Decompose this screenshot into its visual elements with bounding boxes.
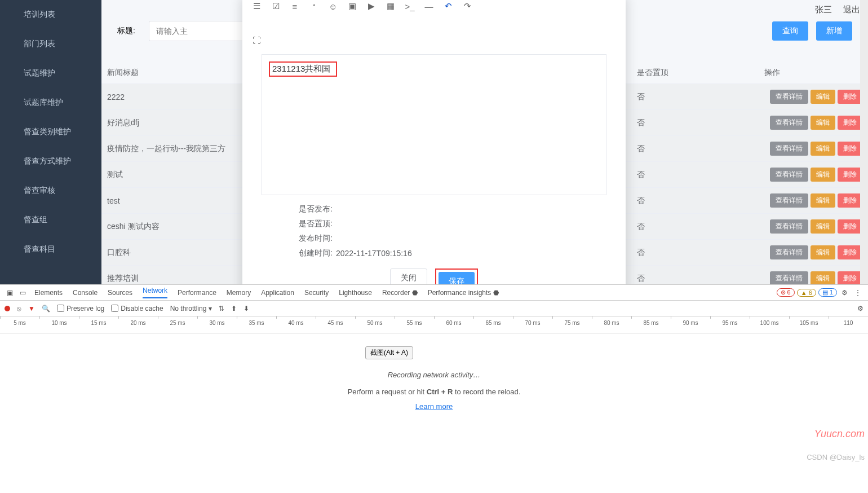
close-button[interactable]: 关闭 [390, 268, 427, 284]
timeline-tick: 95 ms [710, 316, 750, 333]
recording-msg: Recording network activity… [0, 371, 868, 379]
emoji-icon[interactable]: ☺ [324, 0, 343, 15]
kebab-icon[interactable]: ⋮ [854, 289, 861, 297]
table-icon[interactable]: ▦ [381, 0, 400, 15]
undo-icon[interactable]: ↶ [439, 0, 458, 15]
tab-security[interactable]: Security [304, 289, 329, 297]
timeline-tick: 40 ms [276, 316, 316, 333]
video-icon[interactable]: ▶ [362, 0, 381, 15]
tab-elements[interactable]: Elements [34, 289, 63, 297]
timeline-tick: 30 ms [197, 316, 237, 333]
list-icon[interactable]: ☰ [247, 0, 266, 15]
timeline-tick: 85 ms [631, 316, 671, 333]
image-icon[interactable]: ▣ [343, 0, 362, 15]
timeline-tick: 100 ms [750, 316, 789, 333]
editor-content: 2311213共和国 [269, 61, 337, 77]
throttling-select[interactable]: No throttling ▾ [170, 305, 212, 312]
redo-icon[interactable]: ↷ [458, 0, 477, 15]
timeline-tick: 110 [829, 316, 868, 333]
tab-insights[interactable]: Performance insights ⬣ [428, 289, 499, 297]
inspect-icon[interactable]: ▣ [7, 289, 13, 297]
edit-dialog: ☰ ☑ ≡ “ ☺ ▣ ▶ ▦ >_ — ↶ ↷ ⛶ 2311213共和国 是否… [242, 0, 626, 284]
tab-lighthouse[interactable]: Lighthouse [339, 289, 372, 297]
warn-badge[interactable]: ▲ 6 [797, 289, 816, 297]
timeline-tick: 5 ms [0, 316, 39, 333]
download-icon[interactable]: ⬇ [243, 305, 249, 312]
timeline-tick: 70 ms [513, 316, 552, 333]
tab-recorder[interactable]: Recorder ⬣ [382, 289, 418, 297]
timeline-tick: 10 ms [39, 316, 79, 333]
tab-sources[interactable]: Sources [108, 289, 132, 297]
search-icon[interactable]: 🔍 [42, 305, 50, 312]
lbl-top: 是否置顶: [287, 219, 333, 229]
watermark: Yuucn.com [814, 428, 865, 440]
tab-console[interactable]: Console [73, 289, 98, 297]
timeline-tick: 35 ms [237, 316, 276, 333]
gear-icon[interactable]: ⚙ [842, 289, 848, 297]
tab-application[interactable]: Application [261, 289, 294, 297]
screenshot-tooltip: 截图(Alt + A) [365, 346, 413, 359]
timeline-tick: 65 ms [473, 316, 513, 333]
timeline-tick: 105 ms [789, 316, 829, 333]
editor-toolbar: ☰ ☑ ≡ “ ☺ ▣ ▶ ▦ >_ — ↶ ↷ ⛶ [242, 0, 626, 49]
timeline-tick: 15 ms [79, 316, 118, 333]
save-button[interactable]: 保存 [439, 272, 475, 284]
lbl-ptime: 发布时间: [287, 234, 333, 244]
tab-network[interactable]: Network [143, 287, 167, 298]
tab-performance[interactable]: Performance [178, 289, 216, 297]
disable-cache[interactable]: Disable cache [111, 305, 163, 312]
modal-overlay: ☰ ☑ ≡ “ ☺ ▣ ▶ ▦ >_ — ↶ ↷ ⛶ 2311213共和国 是否… [0, 0, 868, 284]
lbl-publish: 是否发布: [287, 204, 333, 214]
editor-area[interactable]: 2311213共和国 [262, 54, 606, 195]
timeline-tick: 50 ms [355, 316, 395, 333]
device-icon[interactable]: ▭ [20, 289, 26, 297]
hint-msg: Perform a request or hit Ctrl + R to rec… [0, 388, 868, 396]
checkbox-icon[interactable]: ☑ [266, 0, 285, 15]
timeline-tick: 60 ms [434, 316, 473, 333]
align-icon[interactable]: ≡ [285, 0, 304, 15]
wifi-icon[interactable]: ⇅ [219, 305, 224, 312]
preserve-log[interactable]: Preserve log [57, 305, 104, 312]
quote-icon[interactable]: “ [304, 0, 324, 15]
lbl-ctime: 创建时间: [287, 248, 333, 258]
timeline-tick: 25 ms [158, 316, 197, 333]
hr-icon[interactable]: — [419, 0, 439, 15]
settings-icon[interactable]: ⚙ [857, 305, 863, 312]
msg-badge[interactable]: ▤ 1 [818, 288, 837, 297]
code-icon[interactable]: >_ [400, 0, 419, 15]
timeline-tick: 90 ms [671, 316, 710, 333]
record-icon[interactable] [5, 306, 10, 311]
timeline-tick: 20 ms [118, 316, 158, 333]
filter-icon[interactable]: ▼ [28, 305, 35, 312]
upload-icon[interactable]: ⬆ [231, 305, 237, 312]
timeline-tick: 55 ms [395, 316, 434, 333]
error-badge[interactable]: ⊗ 6 [777, 288, 795, 297]
tab-memory[interactable]: Memory [227, 289, 251, 297]
timeline-tick: 45 ms [316, 316, 355, 333]
learn-more-link[interactable]: Learn more [415, 402, 453, 411]
stop-icon[interactable]: ⦸ [17, 305, 21, 312]
ctime-value: 2022-11-17T09:15:16 [336, 249, 412, 258]
watermark: CSDN @Daisy_ls [807, 453, 865, 461]
timeline[interactable]: 5 ms10 ms15 ms20 ms25 ms30 ms35 ms40 ms4… [0, 316, 868, 333]
fullscreen-icon[interactable]: ⛶ [247, 32, 266, 49]
timeline-tick: 80 ms [592, 316, 631, 333]
devtools: ▣ ▭ Elements Console Sources Network Per… [0, 284, 868, 493]
timeline-tick: 75 ms [552, 316, 592, 333]
